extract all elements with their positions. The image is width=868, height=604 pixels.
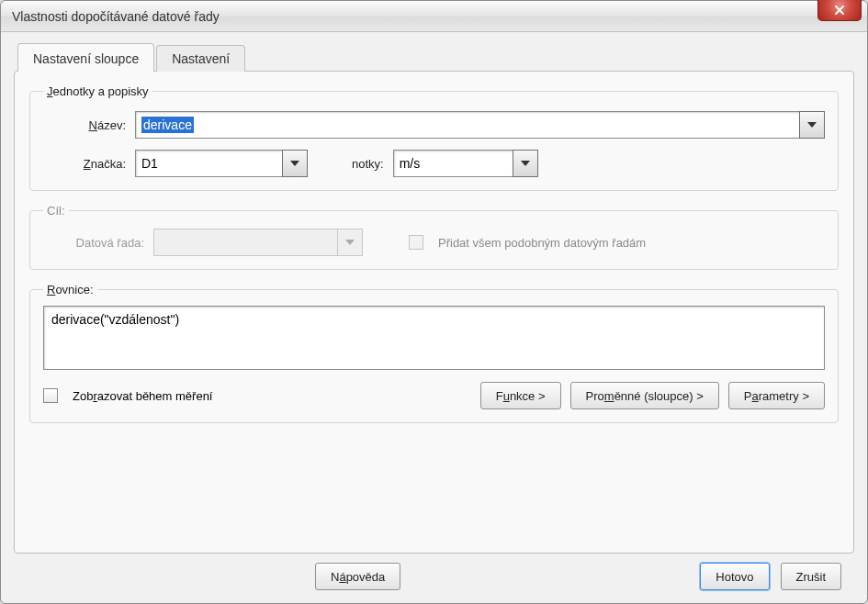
label-show-during-measure: Zobrazovat během měření xyxy=(73,389,212,403)
group-equation-legend: Rovnice: xyxy=(43,283,97,296)
close-button[interactable] xyxy=(817,0,862,21)
tab-column-settings[interactable]: Nastavení sloupce xyxy=(17,43,154,72)
name-input[interactable]: derivace xyxy=(135,111,799,139)
group-units-labels: Jednotky a popisky Název: derivace Značk… xyxy=(29,84,839,191)
name-combo: derivace xyxy=(135,111,825,139)
name-dropdown-button[interactable] xyxy=(799,111,825,139)
label-dataseries: Datová řada: xyxy=(43,236,144,250)
done-button[interactable]: Hotovo xyxy=(700,563,769,590)
dataseries-dropdown-button xyxy=(337,229,363,256)
units-input[interactable] xyxy=(393,150,513,177)
row-symbol-units: Značka: notky: xyxy=(43,150,825,177)
row-target: Datová řada: Přidat všem podobným datový… xyxy=(43,229,825,256)
label-name: Název: xyxy=(43,118,126,132)
label-symbol: Značka: xyxy=(43,157,126,171)
equation-input[interactable]: derivace("vzdálenost") xyxy=(43,306,825,370)
units-combo xyxy=(393,150,538,177)
group-target-legend: Cíl: xyxy=(43,204,69,218)
dataseries-input xyxy=(153,229,337,256)
group-units-legend: Jednotky a popisky xyxy=(43,84,152,98)
cancel-button[interactable]: Zrušit xyxy=(781,563,842,590)
tab-settings[interactable]: Nastavení xyxy=(156,45,245,72)
checkbox-show-during-measure[interactable] xyxy=(43,388,58,403)
symbol-input[interactable] xyxy=(135,150,282,177)
equation-toolbar: Zobrazovat během měření Funkce > Proměnn… xyxy=(43,382,825,409)
close-icon xyxy=(834,5,845,16)
tab-panel: Jednotky a popisky Název: derivace Značk… xyxy=(14,71,854,554)
dialog-window: Vlastnosti dopočítávané datové řady Nast… xyxy=(0,0,868,604)
row-name: Název: derivace xyxy=(43,111,825,139)
label-units: notky: xyxy=(352,157,384,171)
variables-button[interactable]: Proměnné (sloupce) > xyxy=(570,382,719,409)
help-button[interactable]: Nápověda xyxy=(315,563,400,590)
titlebar[interactable]: Vlastnosti dopočítávané datové řady xyxy=(1,1,867,32)
tab-strip: Nastavení sloupce Nastavení xyxy=(17,41,854,71)
dataseries-combo xyxy=(153,229,363,256)
checkbox-add-similar xyxy=(409,235,423,250)
symbol-combo xyxy=(135,150,308,177)
dialog-button-bar: Nápověda Hotovo Zrušit xyxy=(14,554,854,590)
parameters-button[interactable]: Parametry > xyxy=(728,382,825,409)
group-target: Cíl: Datová řada: Přidat všem podobným d… xyxy=(29,204,839,270)
window-title: Vlastnosti dopočítávané datové řady xyxy=(12,9,220,24)
group-equation: Rovnice: derivace("vzdálenost") Zobrazov… xyxy=(29,283,839,423)
label-add-similar: Přidat všem podobným datovým řadám xyxy=(438,236,646,250)
units-dropdown-button[interactable] xyxy=(513,150,538,177)
symbol-dropdown-button[interactable] xyxy=(282,150,308,177)
functions-button[interactable]: Funkce > xyxy=(480,382,561,409)
client-area: Nastavení sloupce Nastavení Jednotky a p… xyxy=(1,32,867,603)
chevron-down-icon xyxy=(290,161,299,166)
chevron-down-icon xyxy=(521,161,530,166)
chevron-down-icon xyxy=(807,122,817,128)
chevron-down-icon xyxy=(345,240,355,245)
